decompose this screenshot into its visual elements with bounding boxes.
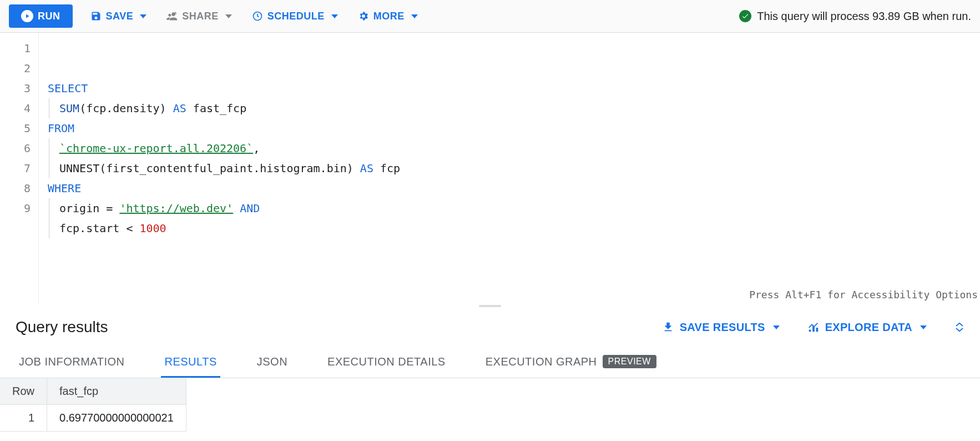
- chevron-down-icon: [411, 14, 418, 18]
- chevron-down-icon: [225, 14, 232, 18]
- column-header-row: Row: [0, 378, 47, 405]
- tab-execution-graph-label: EXECUTION GRAPH: [486, 355, 597, 368]
- tab-execution-graph[interactable]: EXECUTION GRAPH PREVIEW: [482, 347, 660, 378]
- tab-job-information[interactable]: JOB INFORMATION: [16, 348, 128, 378]
- save-results-label: SAVE RESULTS: [680, 321, 765, 334]
- more-label: MORE: [373, 11, 405, 22]
- chevron-down-icon: [773, 325, 780, 329]
- line-number: 1: [0, 38, 31, 58]
- editor-code[interactable]: SELECTSUM(fcp.density) AS fast_fcpFROM`c…: [39, 33, 980, 304]
- table-row: 1 0.69770000000000021: [0, 405, 186, 432]
- more-button[interactable]: MORE: [356, 7, 420, 26]
- expand-collapse-toggle[interactable]: [954, 322, 964, 333]
- schedule-button[interactable]: SCHEDULE: [250, 7, 340, 26]
- line-number: 4: [0, 98, 31, 118]
- code-line[interactable]: origin = 'https://web.dev' AND: [48, 198, 980, 218]
- query-toolbar: RUN SAVE SHARE SCHEDULE MORE This query …: [0, 0, 980, 33]
- line-number: 3: [0, 78, 31, 98]
- editor-gutter: 123456789: [0, 33, 39, 304]
- explore-data-label: EXPLORE DATA: [825, 321, 912, 334]
- line-number: 5: [0, 118, 31, 138]
- save-button[interactable]: SAVE: [88, 7, 149, 26]
- tab-results[interactable]: RESULTS: [161, 348, 220, 378]
- explore-data-button[interactable]: EXPLORE DATA: [807, 321, 927, 334]
- chevron-down-icon: [331, 14, 338, 18]
- save-label: SAVE: [106, 11, 134, 22]
- chevron-down-icon: [954, 327, 964, 333]
- results-header: Query results SAVE RESULTS EXPLORE DATA: [0, 308, 980, 342]
- chevron-down-icon: [920, 325, 927, 329]
- code-line[interactable]: fcp.start < 1000: [48, 218, 980, 238]
- play-icon: [21, 10, 33, 22]
- code-line[interactable]: SUM(fcp.density) AS fast_fcp: [48, 98, 980, 118]
- line-number: 7: [0, 158, 31, 178]
- run-button[interactable]: RUN: [9, 4, 73, 28]
- line-number: 2: [0, 58, 31, 78]
- code-line[interactable]: UNNEST(first_contentful_paint.histogram.…: [48, 158, 980, 178]
- preview-badge: PREVIEW: [603, 355, 656, 368]
- code-line[interactable]: SELECT: [48, 78, 980, 98]
- results-actions: SAVE RESULTS EXPLORE DATA: [662, 321, 964, 334]
- line-number: 8: [0, 178, 31, 198]
- run-label: RUN: [38, 11, 60, 22]
- tab-execution-details[interactable]: EXECUTION DETAILS: [324, 348, 449, 378]
- gear-icon: [358, 11, 369, 22]
- column-header-fast-fcp: fast_fcp: [47, 378, 186, 405]
- line-number: 9: [0, 198, 31, 218]
- chevron-up-icon: [954, 322, 964, 327]
- cell-fast-fcp: 0.69770000000000021: [47, 405, 186, 432]
- share-icon: [166, 11, 178, 22]
- sql-editor[interactable]: 123456789 SELECTSUM(fcp.density) AS fast…: [0, 33, 980, 304]
- query-status: This query will process 93.89 GB when ru…: [739, 10, 971, 23]
- code-line[interactable]: FROM: [48, 118, 980, 138]
- chart-icon: [807, 321, 820, 333]
- download-icon: [662, 321, 674, 333]
- save-icon: [90, 11, 102, 22]
- accessibility-hint: Press Alt+F1 for Accessibility Options: [749, 285, 978, 305]
- chevron-down-icon: [140, 14, 147, 18]
- cell-row-number: 1: [0, 405, 47, 432]
- tab-json[interactable]: JSON: [254, 348, 291, 378]
- status-message: This query will process 93.89 GB when ru…: [757, 10, 971, 23]
- results-tabs: JOB INFORMATION RESULTS JSON EXECUTION D…: [0, 342, 980, 378]
- code-line[interactable]: `chrome-ux-report.all.202206`,: [48, 138, 980, 158]
- check-icon: [739, 10, 751, 22]
- save-results-button[interactable]: SAVE RESULTS: [662, 321, 780, 334]
- code-line[interactable]: [48, 238, 980, 258]
- clock-icon: [252, 11, 263, 22]
- share-label: SHARE: [182, 11, 219, 22]
- line-number: 6: [0, 138, 31, 158]
- code-line[interactable]: WHERE: [48, 178, 980, 198]
- results-title: Query results: [16, 318, 108, 336]
- results-table: Row fast_fcp 1 0.69770000000000021: [0, 378, 186, 432]
- share-button[interactable]: SHARE: [164, 7, 234, 26]
- schedule-label: SCHEDULE: [267, 11, 325, 22]
